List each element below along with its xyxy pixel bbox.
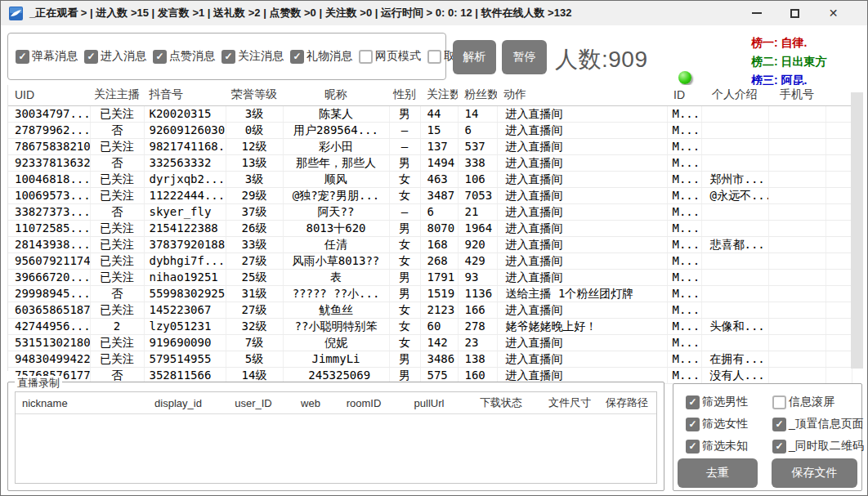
table-cell: 男 [389, 367, 420, 383]
checkbox-unchecked-icon[interactable] [427, 50, 441, 64]
table-row[interactable]: 28143938...已关注3783792018833级任清女168920进入直… [8, 236, 852, 252]
checkbox-checked-icon[interactable]: ✓ [686, 395, 700, 409]
column-header[interactable]: UID [8, 85, 90, 105]
table-row[interactable]: 92337813632否33256333213级那些年，那些人男1494338进… [8, 154, 852, 171]
table-row[interactable]: 30034797...已关注K200203153级陈某人男4414进入直播间M.… [8, 105, 852, 122]
checkbox-checked-icon[interactable]: ✓ [84, 50, 98, 64]
checkbox-label: 筛选女性 [702, 417, 748, 431]
rec-column-header[interactable]: display_id [138, 397, 218, 409]
maximize-button[interactable] [776, 1, 814, 25]
column-header[interactable]: 抖音号 [144, 85, 226, 105]
table-row[interactable]: 60365865187已关注14522306727级鱿鱼丝女2123166进入直… [8, 302, 852, 318]
table-cell: 否 [90, 203, 144, 220]
checkbox-checked-icon[interactable]: ✓ [153, 50, 167, 64]
table-cell: M... [667, 122, 701, 138]
table-cell: 否 [90, 367, 144, 383]
table-row[interactable]: 39666720...已关注nihao1925125级表男179193进入直播间… [8, 269, 852, 285]
table-cell: 女 [389, 318, 420, 334]
rec-column-header[interactable]: nickname [16, 397, 138, 409]
table-cell [768, 334, 825, 351]
message-filter-2[interactable]: ✓点赞消息 [153, 49, 215, 64]
column-header[interactable]: 粉丝数 [458, 85, 497, 105]
column-header[interactable]: 个人介绍 [701, 85, 768, 105]
checkbox-checked-icon[interactable]: ✓ [772, 418, 786, 431]
message-filter-5[interactable]: 网页模式 [359, 49, 421, 64]
dedupe-button[interactable]: 去重 [678, 458, 758, 488]
table-row[interactable]: 10046818...已关注dyrjxqb2...3级顺风女463106进入直播… [8, 171, 852, 187]
table-row[interactable]: 42744956...2lzy05123132级??小聪明特别笨女60278姥爷… [8, 318, 852, 334]
filter-option-3[interactable]: ✓_顶置信息页面 [772, 417, 864, 431]
filter-option-4[interactable]: ✓筛选未知 [686, 439, 772, 454]
save-file-button[interactable]: 保存文件 [772, 458, 857, 488]
checkbox-unchecked-icon[interactable] [359, 50, 373, 64]
filter-option-1[interactable]: 信息滚屏 [772, 395, 864, 409]
column-header[interactable]: 关注主播 [90, 85, 144, 105]
table-cell: 137 [420, 138, 458, 154]
table-cell: 7级 [226, 334, 283, 351]
rank-1-label: 榜一: 自律. [751, 34, 866, 52]
table-cell: 26级 [226, 220, 283, 236]
table-cell: 93 [458, 269, 497, 285]
table-row[interactable]: 75768576177否35281156614级_245325069男57516… [8, 367, 852, 383]
table-cell-filler [825, 122, 852, 138]
column-header[interactable]: 关注数 [420, 85, 458, 105]
rec-column-header[interactable]: 文件尺寸 [539, 395, 601, 410]
table-row[interactable]: 29998945...否5599830292531级????? ??小...男1… [8, 285, 852, 302]
checkbox-checked-icon[interactable]: ✓ [686, 418, 700, 431]
table-cell: 39666720... [8, 269, 90, 285]
checkbox-checked-icon[interactable]: ✓ [290, 50, 304, 64]
table-row[interactable]: 33827373...否skyer_fly37级阿天??–621进入直播间M..… [8, 203, 852, 220]
rec-column-header[interactable]: 保存路径 [601, 395, 653, 410]
rec-column-header[interactable]: user_ID [218, 397, 289, 409]
table-cell: 33级 [226, 236, 283, 252]
table-row[interactable]: 27879962...否926091260300级用户289564...–156… [8, 122, 852, 138]
message-filter-1[interactable]: ✓进入消息 [84, 49, 146, 64]
parse-button[interactable]: 解析 [453, 40, 496, 74]
table-cell: 15 [420, 122, 458, 138]
checkbox-checked-icon[interactable]: ✓ [772, 440, 786, 454]
column-header[interactable]: 手机号 [768, 85, 825, 105]
table-cell: 悲喜都... [701, 236, 768, 252]
checkbox-checked-icon[interactable]: ✓ [221, 50, 235, 64]
table-row[interactable]: 78675838210已关注9821741168.12级彩小田–137537进入… [8, 138, 852, 154]
table-scrollbar[interactable] [851, 92, 863, 369]
checkbox-unchecked-icon[interactable] [772, 395, 786, 409]
table-cell: 29998945... [8, 285, 90, 302]
table-cell: 25级 [226, 269, 283, 285]
message-filter-3[interactable]: ✓关注消息 [221, 49, 284, 64]
table-cell: 送给主播 1个粉丝团灯牌 [497, 285, 667, 302]
table-cell: 338 [458, 154, 497, 171]
checkbox-checked-icon[interactable]: ✓ [686, 440, 700, 454]
close-button[interactable]: ✕ [814, 1, 852, 25]
table-row[interactable]: 53151302180已关注9196900907级倪妮女14223进入直播间M.… [8, 334, 852, 351]
table-cell: M... [667, 252, 701, 269]
message-filter-4[interactable]: ✓礼物消息 [290, 49, 352, 64]
column-header[interactable]: 性别 [389, 85, 420, 105]
table-cell: 55998302925 [144, 285, 226, 302]
table-row[interactable]: 95607921174已关注dybhgi7f...27级风雨小草8013??女2… [8, 252, 852, 269]
table-cell [768, 318, 825, 334]
table-cell: 男 [389, 285, 420, 302]
table-cell [701, 334, 768, 351]
rec-column-header[interactable]: 下载状态 [463, 395, 539, 410]
titlebar[interactable]: _正在观看 > | 进入数 >15 | 发言数 >1 | 送礼数 >2 | 点赞… [1, 1, 867, 25]
column-header[interactable]: 昵称 [283, 85, 389, 105]
minimize-button[interactable] [737, 1, 776, 25]
table-row[interactable]: 10069573...已关注11222444...29级@独?宠?男朋...女3… [8, 187, 852, 203]
filter-option-5[interactable]: ✓_同时取二维码 [772, 439, 864, 454]
rec-column-header[interactable]: roomID [333, 397, 395, 409]
checkbox-label: 网页模式 [375, 49, 421, 64]
column-header[interactable]: 荣誉等级 [226, 85, 283, 105]
column-header[interactable]: 动作 [497, 85, 667, 105]
pause-button[interactable]: 暂停 [502, 40, 547, 74]
column-header[interactable]: ID [667, 85, 701, 105]
filter-option-2[interactable]: ✓筛选女性 [686, 417, 772, 431]
filter-option-0[interactable]: ✓筛选男性 [686, 395, 772, 409]
table-row[interactable]: 11072585...已关注215412238826级8013十620男8070… [8, 220, 852, 236]
table-cell: dybhgi7f... [144, 252, 226, 269]
message-filter-0[interactable]: ✓弹幕消息 [16, 49, 78, 64]
rec-column-header[interactable]: web [289, 397, 333, 409]
checkbox-checked-icon[interactable]: ✓ [16, 50, 29, 64]
table-row[interactable]: 94830499422已关注5795149555级JimmyLi男3486138… [8, 351, 852, 367]
rec-column-header[interactable]: pullUrl [395, 397, 463, 409]
